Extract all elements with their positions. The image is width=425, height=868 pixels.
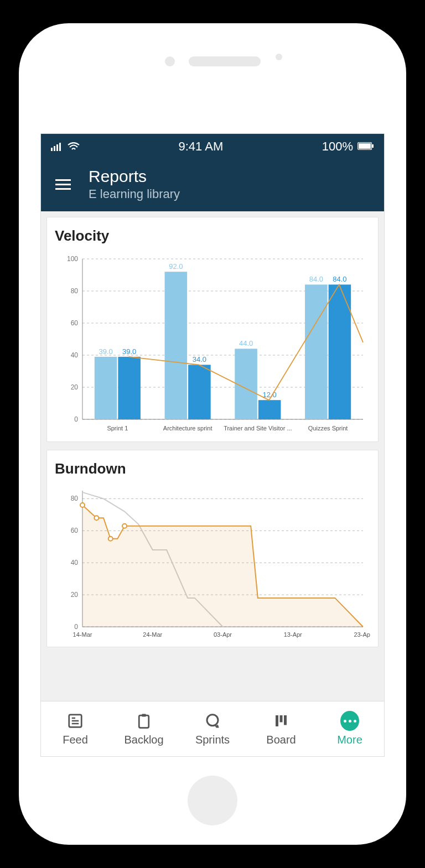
svg-text:03-Apr: 03-Apr [214, 631, 232, 638]
app-bar-titles: Reports E learning library [89, 167, 180, 201]
velocity-card[interactable]: Velocity 02040608010039.039.0Sprint 192.… [46, 217, 379, 442]
svg-text:92.0: 92.0 [169, 262, 183, 271]
svg-text:Sprint 1: Sprint 1 [107, 425, 128, 432]
svg-point-58 [80, 503, 85, 507]
board-icon [272, 711, 291, 730]
nav-feed-label: Feed [63, 734, 88, 746]
nav-feed[interactable]: Feed [41, 701, 110, 756]
nav-board-label: Board [266, 734, 296, 746]
svg-rect-69 [276, 715, 278, 726]
speaker-slot [189, 56, 261, 66]
svg-rect-0 [51, 148, 53, 151]
svg-text:40: 40 [71, 559, 79, 566]
home-button[interactable] [188, 776, 237, 825]
svg-text:14-Mar: 14-Mar [73, 631, 92, 638]
nav-sprints[interactable]: Sprints [178, 701, 247, 756]
velocity-chart: 02040608010039.039.0Sprint 192.034.0Arch… [55, 253, 370, 436]
backlog-icon [134, 711, 153, 730]
svg-text:60: 60 [71, 319, 79, 327]
svg-text:80: 80 [71, 495, 79, 502]
svg-rect-3 [59, 143, 61, 151]
svg-text:100: 100 [67, 255, 78, 263]
more-icon [340, 711, 359, 730]
svg-point-61 [122, 524, 127, 528]
svg-rect-5 [359, 143, 371, 149]
battery-percent: 100% [322, 139, 353, 154]
svg-text:60: 60 [71, 527, 79, 534]
svg-text:39.0: 39.0 [99, 347, 112, 356]
status-left [51, 142, 80, 151]
svg-text:13-Apr: 13-Apr [284, 631, 302, 638]
phone-frame: 9:41 AM 100% Reports E learning library … [19, 23, 406, 845]
status-time: 9:41 AM [179, 139, 224, 154]
velocity-title: Velocity [55, 227, 370, 245]
nav-backlog-label: Backlog [124, 734, 163, 746]
svg-rect-23 [118, 357, 141, 419]
svg-point-59 [94, 516, 99, 520]
svg-rect-21 [95, 357, 117, 419]
svg-rect-71 [284, 715, 287, 725]
burndown-title: Burndown [55, 460, 370, 477]
bottom-nav: Feed Backlog Sprints Board [41, 701, 384, 756]
battery-icon [357, 142, 374, 151]
nav-more-label: More [337, 734, 362, 746]
svg-text:44.0: 44.0 [239, 339, 253, 347]
svg-text:20: 20 [71, 383, 79, 391]
svg-text:0: 0 [74, 623, 78, 631]
svg-text:80: 80 [71, 287, 79, 295]
svg-rect-26 [165, 272, 188, 419]
svg-rect-28 [188, 365, 211, 419]
svg-rect-6 [372, 144, 374, 148]
status-right: 100% [322, 139, 374, 154]
svg-text:Architecture sprint: Architecture sprint [163, 425, 212, 432]
svg-point-60 [108, 537, 113, 541]
signal-icon [51, 142, 63, 151]
svg-text:34.0: 34.0 [193, 355, 206, 363]
svg-rect-67 [142, 714, 146, 717]
svg-text:40: 40 [71, 351, 79, 359]
svg-text:39.0: 39.0 [122, 347, 136, 356]
menu-icon[interactable] [51, 175, 75, 194]
page-title: Reports [89, 167, 180, 186]
content-scroll[interactable]: Velocity 02040608010039.039.0Sprint 192.… [41, 211, 384, 701]
svg-text:84.0: 84.0 [309, 275, 323, 283]
svg-text:0: 0 [74, 415, 78, 423]
svg-rect-2 [56, 144, 58, 151]
app-screen: 9:41 AM 100% Reports E learning library … [41, 134, 384, 756]
svg-text:23-Apr: 23-Apr [354, 631, 370, 638]
svg-rect-36 [305, 284, 328, 419]
device-hardware-top [19, 56, 406, 66]
nav-board[interactable]: Board [247, 701, 315, 756]
nav-backlog[interactable]: Backlog [110, 701, 178, 756]
svg-text:Quizzes Sprint: Quizzes Sprint [308, 425, 348, 432]
page-subtitle: E learning library [89, 187, 180, 201]
app-bar: Reports E learning library [41, 159, 384, 211]
sensor-dot [276, 54, 282, 60]
svg-text:20: 20 [71, 591, 79, 599]
burndown-chart: 02040608014-Mar24-Mar03-Apr13-Apr23-Apr [55, 486, 370, 641]
feed-icon [66, 711, 85, 730]
svg-text:Trainer and Site Visitor ...: Trainer and Site Visitor ... [224, 425, 292, 432]
svg-text:84.0: 84.0 [333, 275, 346, 283]
svg-rect-1 [54, 146, 55, 151]
svg-rect-33 [258, 400, 281, 419]
status-bar: 9:41 AM 100% [41, 134, 384, 159]
sprints-icon [203, 711, 222, 730]
nav-more[interactable]: More [315, 701, 384, 756]
wifi-icon [68, 142, 80, 151]
svg-point-68 [207, 715, 218, 726]
svg-rect-66 [139, 715, 149, 728]
nav-sprints-label: Sprints [195, 734, 230, 746]
svg-rect-70 [280, 715, 283, 723]
svg-text:24-Mar: 24-Mar [143, 631, 162, 638]
camera-dot [165, 56, 175, 66]
burndown-card[interactable]: Burndown 02040608014-Mar24-Mar03-Apr13-A… [46, 450, 379, 647]
